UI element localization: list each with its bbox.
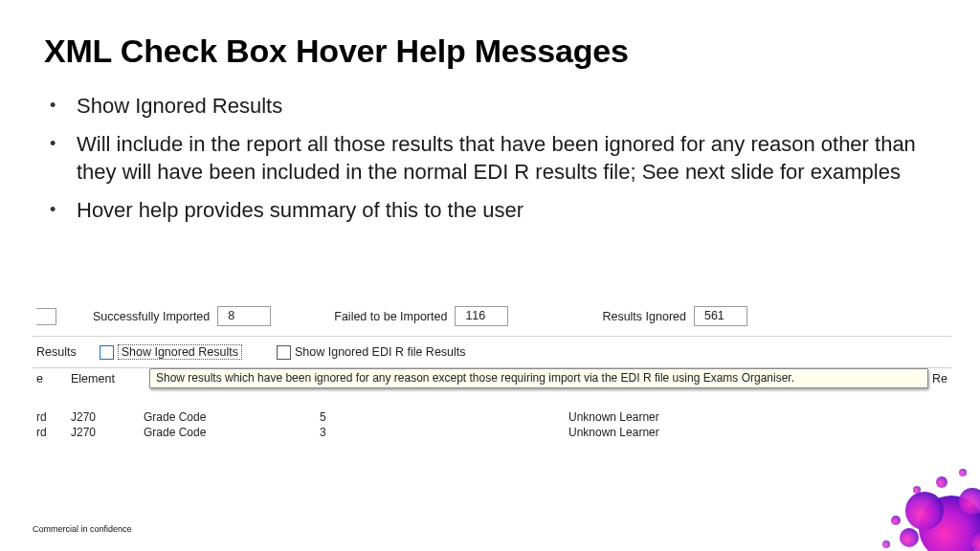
bullet-dot: • (50, 196, 77, 225)
col-header-fragment: Re (926, 372, 947, 386)
svg-point-2 (959, 488, 980, 515)
svg-point-1 (905, 492, 944, 530)
stats-row: Successfully Imported 8 Failed to be Imp… (33, 300, 951, 337)
cell: J270 (71, 426, 144, 439)
bullet-list: • Show Ignored Results • Will include in… (50, 92, 932, 234)
imported-value: 8 (217, 306, 271, 326)
svg-point-7 (959, 469, 967, 476)
bullet-item: Hover help provides summary of this to t… (77, 196, 932, 225)
table-row: rd J270 Grade Code 5 Unknown Learner (33, 409, 951, 425)
show-ignored-label: Show Ignored Results (118, 344, 242, 360)
svg-point-0 (919, 496, 980, 551)
cell: 5 (320, 410, 568, 424)
checkbox-icon (100, 345, 114, 360)
cell: Unknown Learner (568, 410, 947, 424)
svg-point-4 (891, 516, 901, 525)
cell: Grade Code (144, 426, 320, 439)
show-ignored-edi-label: Show Ignored EDI R file Results (295, 345, 466, 359)
cell: rd (36, 426, 71, 439)
svg-point-3 (900, 528, 919, 547)
paint-splash-decoration (858, 453, 980, 551)
bullet-item: Show Ignored Results (77, 92, 932, 121)
filter-row: Results Show Ignored Results Show Ignore… (33, 337, 951, 368)
table-row: rd J270 Grade Code 3 Unknown Learner (33, 425, 951, 440)
page-number: 26 (949, 524, 959, 534)
show-ignored-checkbox[interactable]: Show Ignored Results (100, 344, 242, 360)
bullet-item: Will include in the report all those res… (77, 130, 932, 187)
checkbox-stub[interactable] (36, 308, 56, 325)
hover-tooltip: Show results which have been ignored for… (149, 368, 928, 388)
ignored-label: Results Ignored (602, 310, 686, 323)
show-ignored-edi-checkbox[interactable]: Show Ignored EDI R file Results (277, 345, 466, 360)
col-header-element: Element (71, 372, 128, 386)
cell: Grade Code (144, 410, 320, 424)
svg-point-6 (936, 476, 947, 488)
cell: Unknown Learner (568, 426, 947, 439)
cell: J270 (71, 410, 144, 424)
slide-title: XML Check Box Hover Help Messages (44, 33, 629, 70)
checkbox-icon (277, 345, 291, 360)
failed-value: 116 (455, 306, 508, 326)
svg-point-5 (882, 540, 890, 548)
ignored-value: 561 (694, 306, 747, 326)
results-table: e Element Re Show results which have bee… (33, 368, 951, 440)
results-label: Results (36, 345, 77, 359)
bullet-dot: • (50, 130, 77, 187)
bullet-dot: • (50, 92, 77, 121)
col-header-fragment: e (36, 372, 71, 386)
cell: 3 (320, 426, 568, 439)
footer-confidentiality: Commercial in confidence (33, 524, 132, 534)
cell: rd (36, 410, 71, 424)
svg-point-8 (913, 486, 921, 494)
embedded-screenshot: Successfully Imported 8 Failed to be Imp… (33, 300, 951, 453)
failed-label: Failed to be Imported (334, 310, 447, 323)
imported-label: Successfully Imported (93, 310, 210, 323)
svg-point-9 (970, 530, 980, 551)
